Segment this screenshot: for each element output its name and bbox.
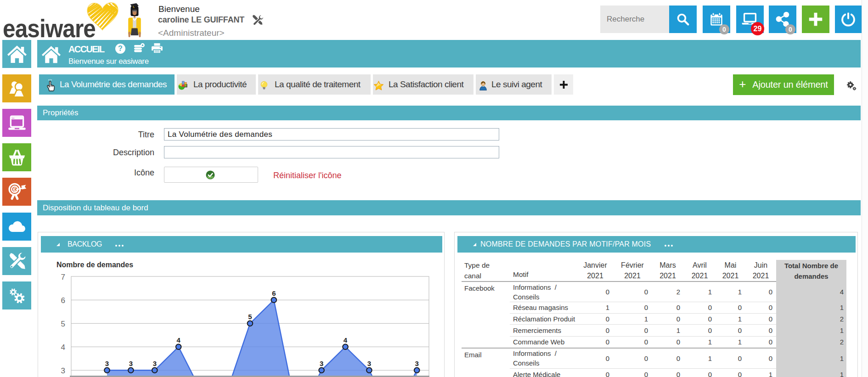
svg-text:3: 3 <box>129 360 133 367</box>
svg-text:6: 6 <box>272 289 276 297</box>
svg-text:4: 4 <box>177 336 181 344</box>
svg-text:3: 3 <box>415 360 419 367</box>
svg-text:5: 5 <box>248 313 252 321</box>
svg-text:3: 3 <box>153 360 157 367</box>
svg-text:3: 3 <box>320 360 323 367</box>
svg-text:3: 3 <box>105 360 109 367</box>
svg-text:4: 4 <box>344 336 348 344</box>
svg-text:3: 3 <box>367 360 371 367</box>
